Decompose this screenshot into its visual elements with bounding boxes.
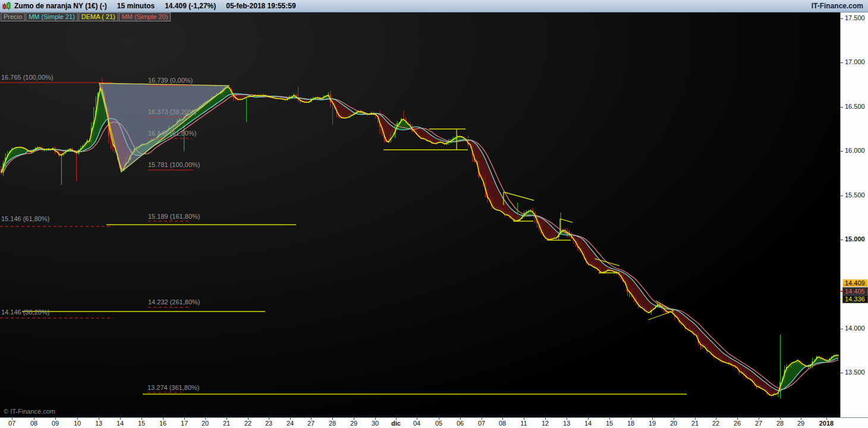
price-axis-tick <box>841 196 843 196</box>
date-axis-label: 21 <box>216 420 237 427</box>
date-axis-label: 28 <box>322 420 342 427</box>
price-axis-tick <box>841 107 843 108</box>
date-axis-label: 12 <box>535 420 555 427</box>
price-axis-label: 17.000 <box>845 58 865 65</box>
date-axis-label: 28 <box>770 420 790 427</box>
last-price-change: 14.409 (-1,27%) <box>165 2 216 10</box>
date-axis-label: 05 <box>429 420 449 427</box>
legend-item-mm-simple-20[interactable]: MM (Simple 20) <box>119 12 171 21</box>
price-axis-label: 13.500 <box>845 369 865 376</box>
date-axis-label: 09 <box>45 420 65 427</box>
date-axis-label: 18 <box>621 420 641 427</box>
date-axis-label: 22 <box>706 420 726 427</box>
watermark: © IT-Finance.com <box>4 408 55 415</box>
price-axis-tick <box>841 240 843 240</box>
trend-line <box>504 192 534 200</box>
price-axis-label: 15.000 <box>845 235 865 243</box>
brand-logo: IT-Finance.com <box>812 2 863 10</box>
legend-item-dema-21[interactable]: DEMA ( 21) <box>78 12 118 21</box>
date-axis-label: 30 <box>365 420 385 427</box>
fib-label: 15.781 (100,00%) <box>148 161 200 168</box>
trend-line <box>560 219 573 222</box>
date-axis-label: 24 <box>280 420 300 427</box>
date-axis-label: 20 <box>663 420 684 427</box>
price-axis-tick <box>841 18 843 19</box>
fib-label: 16.373 (38,20%) <box>148 108 196 115</box>
date-axis-label: 26 <box>727 420 747 427</box>
date-axis-label: 10 <box>67 420 87 427</box>
candlestick-icon <box>2 1 11 11</box>
indicator-legend: PrecioMM (Simple 21)DEMA ( 21)MM (Simple… <box>1 12 171 21</box>
date-axis-label: dic <box>386 420 406 427</box>
date-axis-label: 04 <box>407 420 427 427</box>
date-axis-label: 27 <box>749 420 769 427</box>
date-axis-label: 06 <box>450 420 470 427</box>
date-axis-label: 08 <box>24 420 44 427</box>
price-axis-label: 14.000 <box>845 325 865 332</box>
date-axis-label: 07 <box>471 420 492 427</box>
date-axis-label: 21 <box>685 420 705 427</box>
legend-item-precio[interactable]: Precio <box>1 12 25 21</box>
price-axis[interactable]: 17.50017.00016.50016.00015.50015.00014.0… <box>840 12 868 417</box>
date-axis-label: 15 <box>131 420 152 427</box>
title-bar: Zumo de naranja NY (1€) (-) 15 minutos 1… <box>0 0 868 12</box>
date-axis-label: 22 <box>238 420 258 427</box>
last-update-timestamp: 05-feb-2018 19:55:59 <box>226 2 295 10</box>
date-axis-label: 19 <box>642 420 662 427</box>
date-axis[interactable]: 070809101314151617202122232427282930dic0… <box>0 417 868 428</box>
date-axis-label: 29 <box>344 420 364 427</box>
fib-label: 13.274 (361,80%) <box>147 384 199 391</box>
date-axis-label: 23 <box>259 420 279 427</box>
date-axis-label: 13 <box>556 420 577 427</box>
date-axis-label: 08 <box>492 420 512 427</box>
price-axis-tick <box>841 62 843 63</box>
mm20-price-tag: 14.405 <box>842 287 868 295</box>
last-price-tag: 14.409 <box>842 279 868 287</box>
fib-label: 15.146 (61,80%) <box>1 215 49 222</box>
date-axis-label: 17 <box>174 420 194 427</box>
date-axis-label: 07 <box>2 420 22 427</box>
price-axis-tick <box>841 151 843 152</box>
fib-label: 15.189 (161,80%) <box>148 213 200 220</box>
price-axis-label: 16.000 <box>845 147 865 154</box>
fib-label: 16.739 (0,00%) <box>148 77 193 84</box>
date-axis-label: 11 <box>514 420 534 427</box>
price-axis-label: 17.500 <box>845 14 865 21</box>
price-axis-tick <box>841 373 843 373</box>
dema-price-tag: 14.336 <box>842 295 868 303</box>
date-axis-label: 15 <box>599 420 619 427</box>
charting-app: 16.765 (100,00%)16.739 (0,00%)16.373 (38… <box>0 0 868 428</box>
date-axis-label: 14 <box>110 420 130 427</box>
date-axis-label: 29 <box>791 420 811 427</box>
chart-canvas[interactable]: 16.765 (100,00%)16.739 (0,00%)16.373 (38… <box>0 0 840 417</box>
triangle-pattern <box>99 83 229 172</box>
fib-label: 14.232 (261,80%) <box>148 298 200 306</box>
legend-item-mm-simple-21[interactable]: MM (Simple 21) <box>26 12 78 21</box>
fib-label: 14.146 (38,20%) <box>1 309 49 316</box>
instrument-title: Zumo de naranja NY (1€) (-) <box>14 2 107 10</box>
price-axis-tick <box>841 329 843 329</box>
fib-label: 16.765 (100,00%) <box>1 74 53 81</box>
timeframe-label: 15 minutos <box>117 2 155 10</box>
date-axis-label: 2018 <box>816 420 836 427</box>
candlestick-chart: 16.765 (100,00%)16.739 (0,00%)16.373 (38… <box>0 0 840 417</box>
date-axis-label: 27 <box>301 420 321 427</box>
price-axis-label: 16.500 <box>845 103 865 110</box>
date-axis-label: 14 <box>578 420 598 427</box>
fib-label: 16.147 (61,80%) <box>148 130 196 137</box>
date-axis-label: 13 <box>89 420 109 427</box>
date-axis-label: 20 <box>195 420 215 427</box>
price-axis-label: 15.500 <box>845 191 865 199</box>
date-axis-label: 16 <box>153 420 173 427</box>
